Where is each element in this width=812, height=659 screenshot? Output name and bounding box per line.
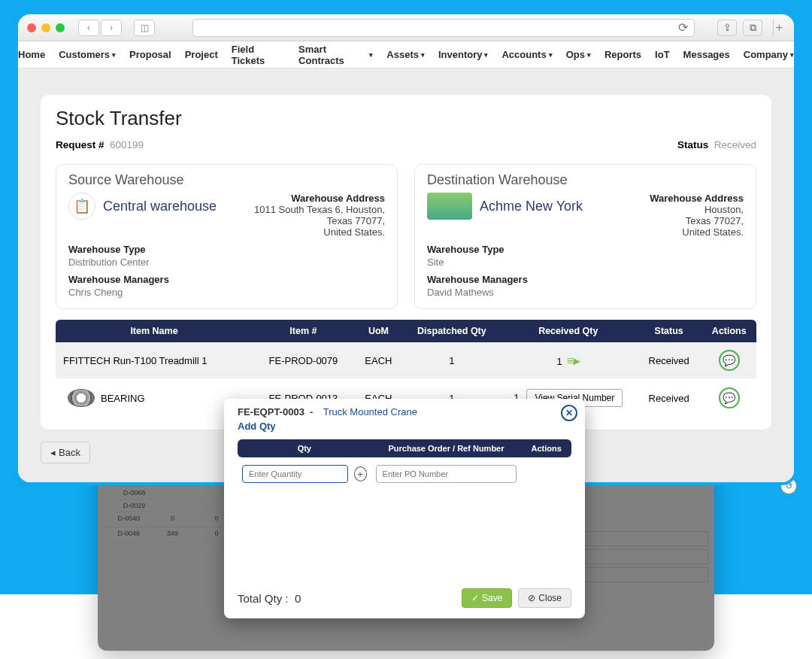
col-actions: Actions <box>702 320 756 342</box>
managers-label: Warehouse Managers <box>427 274 744 285</box>
item-uom: EACH <box>354 342 403 379</box>
item-status: Received <box>636 379 702 417</box>
col-item-no: Item # <box>253 320 354 342</box>
managers-label: Warehouse Managers <box>68 274 385 285</box>
address-label: Warehouse Address <box>650 193 744 204</box>
check-icon: ✓ <box>471 593 479 603</box>
nav-assets[interactable]: Assets▾ <box>386 49 425 60</box>
nav-inventory[interactable]: Inventory▾ <box>438 49 489 60</box>
receipt-icon[interactable]: ≡▸ <box>567 354 580 368</box>
address-line: Texas 77077, <box>254 215 385 226</box>
col-qty: Qty <box>238 439 371 457</box>
destination-section-title: Destination Warehouse <box>427 172 744 188</box>
address-line: United States. <box>650 226 744 238</box>
nav-smart-contracts[interactable]: Smart Contracts▾ <box>298 44 373 66</box>
source-section-title: Source Warehouse <box>68 172 385 188</box>
type-value: Distribution Center <box>68 257 385 268</box>
nav-accounts[interactable]: Accounts▾ <box>501 49 552 60</box>
chevron-down-icon: ▾ <box>587 51 591 59</box>
url-bar[interactable]: ⟳ <box>192 19 695 37</box>
main-card: Stock Transfer Request # 600199 Status R… <box>41 95 771 430</box>
browser-forward-button[interactable]: › <box>101 20 122 36</box>
nav-field-tickets[interactable]: Field Tickets <box>232 44 285 66</box>
warehouse-icon: 📋 <box>68 193 95 220</box>
main-nav: Home Customers▾ Proposal Project Field T… <box>18 41 794 68</box>
col-status: Status <box>636 320 702 342</box>
nav-proposal[interactable]: Proposal <box>129 49 171 60</box>
back-button[interactable]: ◂Back <box>41 442 90 463</box>
item-status: Received <box>636 342 702 379</box>
chat-icon[interactable]: 💬 <box>719 387 740 408</box>
chevron-down-icon: ▾ <box>484 51 488 59</box>
type-label: Warehouse Type <box>68 244 385 255</box>
destination-warehouse-panel: Destination Warehouse Achme New York War… <box>414 164 756 309</box>
address-line: Texas 77027, <box>650 215 744 226</box>
source-warehouse-panel: Source Warehouse 📋 Central warehouse War… <box>56 164 398 309</box>
save-button[interactable]: ✓Save <box>462 588 512 608</box>
qty-table: Qty Purchase Order / Ref Number Actions … <box>238 439 571 490</box>
nav-company[interactable]: Company▾ <box>744 49 794 60</box>
tabs-icon[interactable]: ⧉ <box>743 20 762 36</box>
nav-customers[interactable]: Customers▾ <box>59 49 116 60</box>
browser-titlebar: ‹ › ◫ ⟳ ⇪ ⧉ + <box>18 14 794 41</box>
table-row: FFITTECH Run-T100 Treadmill 1 FE-PROD-00… <box>56 342 756 379</box>
address-line: United States. <box>254 226 385 238</box>
modal-subtitle: Add Qty <box>238 421 571 432</box>
request-label: Request # <box>56 139 105 150</box>
close-window-icon[interactable] <box>27 23 36 32</box>
close-modal-button[interactable]: ✕ <box>561 405 577 421</box>
item-name: FFITTECH Run-T100 Treadmill 1 <box>56 342 253 379</box>
warehouse-image <box>427 193 472 220</box>
nav-ops[interactable]: Ops▾ <box>566 49 591 60</box>
chat-icon[interactable]: 💬 <box>719 350 740 371</box>
po-number-input[interactable] <box>376 465 517 483</box>
new-tab-button[interactable]: + <box>773 19 785 37</box>
quantity-input[interactable] <box>242 465 348 483</box>
destination-warehouse-name[interactable]: Achme New York <box>480 199 583 214</box>
managers-value: David Mathews <box>427 287 744 298</box>
modal-title: FE-EQPT-0003 - Truck Mounted Crane <box>238 406 571 418</box>
page-title: Stock Transfer <box>56 107 756 130</box>
chevron-down-icon: ▾ <box>421 51 425 59</box>
nav-project[interactable]: Project <box>185 49 218 60</box>
col-dispatched: Dispatched Qty <box>403 320 501 342</box>
chevron-down-icon: ▾ <box>790 51 794 59</box>
col-actions: Actions <box>521 439 571 457</box>
cancel-icon: ⊘ <box>528 593 535 603</box>
item-number: FE-PROD-0079 <box>253 342 354 379</box>
address-label: Warehouse Address <box>254 193 385 204</box>
type-label: Warehouse Type <box>427 244 744 255</box>
reload-icon[interactable]: ⟳ <box>678 20 688 35</box>
sidebar-toggle-icon[interactable]: ◫ <box>134 20 155 36</box>
address-line: Houston, <box>650 204 744 215</box>
col-item-name: Item Name <box>56 320 253 342</box>
chevron-down-icon: ▾ <box>369 51 373 59</box>
managers-value: Chris Cheng <box>68 287 385 298</box>
address-line: 1011 South Texas 6, Houston, <box>254 204 385 215</box>
nav-iot[interactable]: IoT <box>655 49 670 60</box>
add-qty-modal: ✕ FE-EQPT-0003 - Truck Mounted Crane Add… <box>224 399 585 618</box>
col-uom: UoM <box>354 320 403 342</box>
col-po: Purchase Order / Ref Number <box>371 439 522 457</box>
status-label: Status <box>677 139 708 150</box>
add-row-button[interactable]: + <box>354 466 367 481</box>
type-value: Site <box>427 257 744 268</box>
nav-reports[interactable]: Reports <box>604 49 641 60</box>
window-controls <box>27 23 65 32</box>
item-name: BEARING <box>101 393 145 404</box>
dispatched-qty: 1 <box>403 342 501 379</box>
browser-back-button[interactable]: ‹ <box>78 20 99 36</box>
close-button[interactable]: ⊘Close <box>518 588 571 608</box>
col-received: Received Qty <box>501 320 636 342</box>
nav-home[interactable]: Home <box>18 49 45 60</box>
maximize-window-icon[interactable] <box>56 23 65 32</box>
source-warehouse-name[interactable]: Central warehouse <box>103 199 217 214</box>
share-icon[interactable]: ⇪ <box>717 20 737 36</box>
chevron-down-icon: ▾ <box>549 51 553 59</box>
status-value: Received <box>714 139 756 150</box>
chevron-left-icon: ◂ <box>50 447 56 458</box>
bearing-icon <box>68 389 95 407</box>
total-qty: Total Qty : 0 <box>238 592 301 605</box>
nav-messages[interactable]: Messages <box>683 49 730 60</box>
minimize-window-icon[interactable] <box>41 23 50 32</box>
